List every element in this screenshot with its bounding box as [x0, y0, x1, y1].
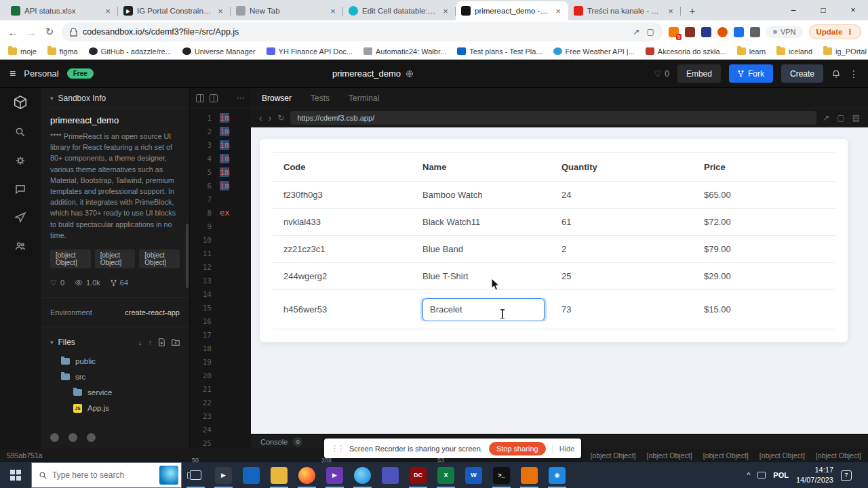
editor-line[interactable]: 11: [190, 247, 251, 260]
browser-tab[interactable]: primereact_demo - CodeSa: [456, 1, 568, 20]
browser-tab[interactable]: Treści na kanale - YouTube Stud: [568, 1, 681, 20]
table-row-editing[interactable]: h456wer53 73 $15.00: [273, 290, 835, 329]
sandbox-info-header[interactable]: Sandbox Info: [41, 88, 189, 108]
column-header-quantity[interactable]: Quantity: [551, 162, 693, 172]
taskbar-app[interactable]: W: [460, 462, 488, 488]
editor-line[interactable]: 10: [190, 233, 251, 247]
status-item[interactable]: [object Object]: [760, 451, 805, 460]
embed-button[interactable]: Embed: [677, 64, 721, 83]
preview-tab[interactable]: Browser: [262, 94, 292, 103]
editor-line[interactable]: 13: [190, 274, 251, 287]
like-counter[interactable]: 0: [654, 69, 669, 79]
bookmark-item[interactable]: iceland: [776, 47, 812, 56]
bookmark-item[interactable]: YH Finance API Doc...: [267, 47, 353, 56]
create-button[interactable]: Create: [781, 64, 823, 83]
action-center-badge[interactable]: 7: [841, 470, 852, 481]
column-header-price[interactable]: Price: [693, 162, 835, 172]
bookmark-item[interactable]: ig_POrtal: [823, 47, 867, 56]
vpn-pill[interactable]: VPN: [766, 26, 803, 38]
drag-handle-icon[interactable]: [331, 444, 343, 453]
search-icon[interactable]: [14, 126, 26, 138]
taskbar-app[interactable]: >_: [488, 462, 515, 488]
tab-close-icon[interactable]: [441, 6, 450, 16]
tab-close-icon[interactable]: [666, 6, 675, 16]
cell-quantity[interactable]: 2: [551, 244, 693, 254]
editor-line[interactable]: 7: [190, 192, 251, 206]
editor-line[interactable]: 14: [190, 287, 251, 301]
taskbar-app[interactable]: DC: [404, 462, 432, 488]
tab-close-icon[interactable]: [553, 6, 563, 16]
taskbar-app[interactable]: [265, 462, 293, 488]
editor-line[interactable]: 6 im: [190, 179, 251, 192]
editor-line[interactable]: 24: [190, 423, 251, 436]
editor-line[interactable]: 18: [190, 342, 251, 355]
tag[interactable]: [object Object]: [95, 249, 136, 268]
comments-icon[interactable]: [14, 183, 26, 195]
editor-line[interactable]: 9: [190, 220, 251, 233]
editor-line[interactable]: 20: [190, 369, 251, 382]
taskbar-app[interactable]: [293, 462, 321, 488]
tag[interactable]: [object Object]: [50, 249, 91, 268]
hide-link[interactable]: Hide: [552, 445, 575, 453]
bookmark-item[interactable]: moje: [8, 47, 37, 56]
omnibox[interactable]: codesandbox.io/s/cdemf3?file=/src/App.js: [62, 22, 663, 41]
bookmark-item[interactable]: Universe Manager: [182, 47, 256, 56]
preview-url-field[interactable]: https://cdemf3.csb.app/: [290, 111, 816, 125]
cell-code[interactable]: h456wer53: [273, 304, 412, 314]
export-zip-icon[interactable]: [138, 338, 142, 346]
editor-line[interactable]: 22: [190, 396, 251, 409]
preview-refresh-icon[interactable]: [277, 113, 284, 123]
column-header-name[interactable]: Name: [412, 162, 551, 172]
menu-icon[interactable]: [9, 68, 16, 80]
cell-name[interactable]: Bamboo Watch: [412, 190, 551, 200]
tab-close-icon[interactable]: [103, 6, 113, 16]
table-row[interactable]: nvklal433 Black Watch11 61 $72.00: [273, 209, 835, 236]
cell-quantity[interactable]: 25: [551, 271, 693, 281]
browser-tab[interactable]: API status.xlsx: [5, 1, 118, 20]
file-tree-item[interactable]: App.js: [41, 401, 189, 416]
extension-icon[interactable]: 9: [669, 27, 679, 37]
extension-icon[interactable]: [685, 27, 695, 37]
file-tree-item[interactable]: service: [41, 385, 189, 401]
files-header[interactable]: Files: [50, 338, 180, 347]
start-button[interactable]: [0, 462, 31, 488]
status-item[interactable]: [object Object]: [816, 451, 861, 460]
deploy-icon[interactable]: [14, 211, 26, 224]
responsive-mode-icon[interactable]: [837, 113, 844, 123]
editor-line[interactable]: 23: [190, 409, 251, 423]
browser-tab[interactable]: ▶ IG Portal Constraints Catalog: [118, 1, 231, 20]
editor-line[interactable]: 16: [190, 314, 251, 328]
preview-back-icon[interactable]: [259, 113, 262, 123]
bookmark-item[interactable]: Test plans - Test Pla...: [457, 47, 542, 56]
editor-line[interactable]: 1 im: [190, 111, 251, 125]
stop-sharing-button[interactable]: Stop sharing: [489, 442, 546, 455]
preview-tab[interactable]: Terminal: [349, 94, 379, 103]
new-folder-icon[interactable]: [172, 338, 180, 346]
file-tree-item[interactable]: public: [41, 354, 189, 369]
tab-close-icon[interactable]: [328, 6, 338, 16]
table-row[interactable]: f230fh0g3 Bamboo Watch 24 $65.00: [273, 182, 835, 209]
editor-line[interactable]: 21: [190, 382, 251, 396]
tag[interactable]: [object Object]: [139, 249, 180, 268]
cell-price[interactable]: $79.00: [693, 244, 835, 254]
update-button[interactable]: Update: [809, 24, 861, 39]
layout-icon[interactable]: [852, 113, 860, 123]
extension-icon[interactable]: [717, 27, 728, 37]
cell-edit-input[interactable]: [422, 298, 545, 321]
sidebar-scrollbar[interactable]: [186, 224, 189, 288]
editor-menu-icon[interactable]: [236, 94, 245, 102]
split-view-icon[interactable]: [210, 94, 218, 102]
codesandbox-logo[interactable]: [13, 95, 28, 110]
cell-name[interactable]: Blue T-Shirt: [412, 271, 551, 281]
cell-quantity[interactable]: 61: [551, 217, 693, 227]
extension-icon[interactable]: [750, 27, 760, 37]
bookmark-item[interactable]: learn: [737, 47, 766, 56]
bookmark-item[interactable]: GitHub - adazzle/re...: [89, 47, 172, 56]
language-indicator[interactable]: POL: [773, 471, 789, 479]
search-highlight-icon[interactable]: [159, 466, 178, 485]
editor-line[interactable]: 12: [190, 260, 251, 274]
twitter-icon[interactable]: [50, 433, 59, 442]
bell-icon[interactable]: [831, 69, 841, 79]
back-icon[interactable]: [7, 26, 19, 38]
cell-price[interactable]: $72.00: [693, 217, 835, 227]
